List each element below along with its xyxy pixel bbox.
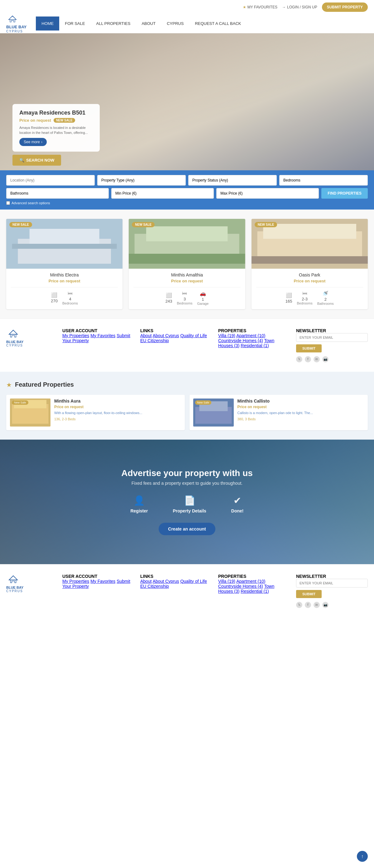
linkedin-icon[interactable]: in [314,356,320,362]
featured-name-2: Minthis Callisto [237,399,364,403]
footer2-facebook-icon[interactable]: f [305,602,311,608]
advertise-steps: 👤 Register 📄 Property Details ✔ Done! [121,495,253,514]
max-price-select[interactable]: Max Price (€) [216,188,319,198]
property-name-3: Oasis Park [256,272,363,277]
twitter-icon[interactable]: 𝕏 [296,356,302,362]
property-specs-1: ⬜ 270 🛏 4 Bedrooms [11,287,118,305]
bedrooms-select[interactable]: Bedrooms [279,175,368,186]
social-icons: 𝕏 f in 📷 [296,356,368,362]
advertise-section: Advertise your property with us Fixed fe… [0,440,374,564]
property-card-2[interactable]: NEW SALE Minthis Amalthia Price on reque… [129,219,245,309]
nav-for-sale[interactable]: FOR SALE [59,17,90,31]
spec-bedrooms-3: 🛏 2-3 Bedrooms [297,290,313,305]
footer2-link-quality-of-life[interactable]: Quality of Life [180,579,207,584]
footer2-brand-sub: CYPRUS [6,589,56,593]
hero-price: Price on request [19,118,51,123]
newsletter-submit-button[interactable]: SUBMIT [296,344,322,352]
bed-icon: 🛏 [62,290,78,296]
nav-home[interactable]: HOME [36,17,59,31]
step-register: 👤 Register [130,495,148,514]
footer-section-1: BLUE BAY CYPRUS USER ACCOUNT My Properti… [0,318,374,372]
footer-logo-col: BLUE BAY CYPRUS [6,328,56,362]
property-info-2: Minthis Amalthia Price on request ⬜ 243 … [129,269,245,309]
see-more-button[interactable]: See more › [19,138,47,146]
spec-bathrooms-3: 🚿 2 Bathrooms [317,290,334,305]
step-done: ✔ Done! [231,495,244,514]
footer-link-countryside[interactable]: Countryside Homes (4) [218,338,263,343]
create-account-button[interactable]: Create an account [159,523,215,535]
footer-link-my-favorites[interactable]: My Favorites [90,333,115,338]
footer2-link-villa[interactable]: Villa (19) [218,579,235,584]
footer-link-apartment[interactable]: Apartment (10) [236,333,265,338]
spec-sqm-value-3: 165 [286,299,292,304]
footer-link-villa[interactable]: Villa (19) [218,333,235,338]
footer2-twitter-icon[interactable]: 𝕏 [296,602,302,608]
footer2-newsletter-title: NEWSLETTER [296,574,368,579]
footer-link-eu-citizenship[interactable]: EU Citizenship [140,338,169,343]
property-specs-3: ⬜ 165 🛏 2-3 Bedrooms 🚿 2 Bathrooms [256,287,363,305]
min-price-select[interactable]: Min Price (€) [111,188,214,198]
advanced-search-checkbox[interactable] [6,201,10,205]
footer2-link-apartment[interactable]: Apartment (10) [236,579,265,584]
footer2-link-about[interactable]: About [140,579,152,584]
footer2-properties-title: PROPERTIES [218,574,290,579]
svg-rect-12 [252,256,368,264]
arrow-icon: › [41,140,42,144]
featured-card-2[interactable]: New Sale Minthis Callisto Price on reque… [190,395,368,430]
footer2-links-col: LINKS About About Cyprus Quality of Life… [140,574,212,608]
footer2-link-about-cyprus[interactable]: About Cyprus [153,579,179,584]
footer2-instagram-icon[interactable]: 📷 [322,602,328,608]
newsletter-email-input[interactable] [296,333,368,342]
nav-cyprus[interactable]: CYPRUS [161,17,189,31]
footer-link-about-cyprus[interactable]: About Cyprus [153,333,179,338]
nav-all-properties[interactable]: ALL PROPERTIES [91,17,136,31]
bathrooms-select[interactable]: Bathrooms [6,188,109,198]
footer-link-about[interactable]: About [140,333,152,338]
property-price-3: Price on request [256,279,363,283]
location-input[interactable] [6,175,95,186]
featured-price-2: Price on request [237,405,364,409]
advanced-search-toggle[interactable]: Advanced search options [6,201,368,205]
property-card-1[interactable]: NEW SALE Minthis Electra Price on reques… [6,219,122,309]
submit-property-button[interactable]: SUBMIT PROPERTY [322,2,368,12]
featured-image-2: New Sale [193,399,234,427]
footer2-link-countryside[interactable]: Countryside Homes (4) [218,584,263,589]
spec-beds-label-3: Bedrooms [297,301,313,305]
footer-link-residential[interactable]: Residential (1) [240,343,269,348]
property-type-select[interactable]: Property Type (Any) [97,175,186,186]
footer2-newsletter-submit-button[interactable]: SUBMIT [296,590,322,598]
instagram-icon[interactable]: 📷 [322,356,328,362]
login-link[interactable]: → LOGIN / SIGN UP [282,5,317,9]
property-card-3[interactable]: NEW SALE Oasis Park Price on request ⬜ 1… [252,219,368,309]
footer2-logo-col: BLUE BAY CYPRUS [6,574,56,608]
nav-request-callback[interactable]: REQUEST A CALL BACK [189,17,247,31]
nav-links: HOME FOR SALE ALL PROPERTIES ABOUT CYPRU… [36,17,247,31]
footer-link-quality-of-life[interactable]: Quality of Life [180,333,207,338]
bed-icon-3: 🛏 [297,290,313,296]
spec-garage-2: 🚗 1 Garage [197,290,209,305]
featured-badge-2: New Sale [195,400,212,405]
spec-garage-label-2: Garage [197,302,209,305]
step-register-label: Register [130,508,148,514]
footer2-link-residential[interactable]: Residential (1) [240,589,269,594]
footer2-link-my-favorites[interactable]: My Favorites [90,579,115,584]
footer2-link-my-properties[interactable]: My Properties [62,579,89,584]
property-specs-2: ⬜ 243 🛏 3 Bedrooms 🚗 1 Garage [134,287,240,305]
footer2-newsletter-email-input[interactable] [296,579,368,588]
favourites-link[interactable]: ★ MY FAVOURITES [243,5,278,9]
garage-icon: 🚗 [197,290,209,297]
footer-link-my-properties[interactable]: My Properties [62,333,89,338]
search-now-button[interactable]: 🔍 SEARCH NOW [12,155,61,166]
nav-about[interactable]: ABOUT [136,17,161,31]
footer2-linkedin-icon[interactable]: in [314,602,320,608]
featured-desc-2: Callisto is a modern, open-plan ode to l… [237,411,364,415]
footer-properties-col: PROPERTIES Villa (19) Apartment (10) Cou… [218,328,290,362]
find-properties-button[interactable]: FIND PROPERTIES [321,188,368,198]
featured-card-1[interactable]: New Sale Minthis Aura Price on request W… [6,395,185,430]
footer2-link-eu-citizenship[interactable]: EU Citizenship [140,584,169,589]
property-status-select[interactable]: Property Status (Any) [188,175,277,186]
featured-badge-1: New Sale [12,400,28,405]
facebook-icon[interactable]: f [305,356,311,362]
footer-newsletter-col: NEWSLETTER SUBMIT 𝕏 f in 📷 [296,328,368,362]
svg-rect-8 [129,254,245,264]
